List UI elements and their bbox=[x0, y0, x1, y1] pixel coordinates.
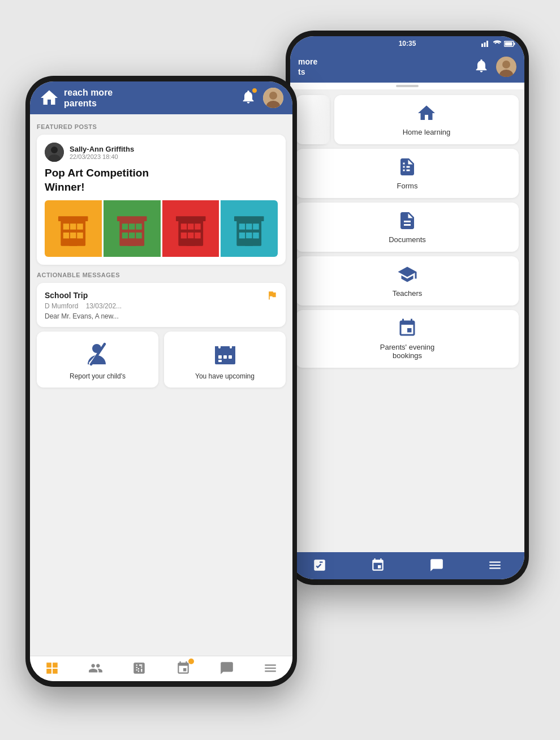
teachers-icon bbox=[397, 264, 417, 285]
bottom-nav-front bbox=[30, 656, 292, 681]
scroll-indicator bbox=[290, 83, 524, 89]
calendar-upcoming-icon bbox=[212, 341, 239, 368]
notification-bell[interactable] bbox=[240, 89, 256, 107]
back-nav-calculator[interactable] bbox=[312, 558, 327, 573]
forms-tile[interactable]: Forms bbox=[296, 149, 519, 198]
user-avatar-back bbox=[496, 57, 516, 77]
svg-point-7 bbox=[502, 61, 510, 68]
home-learning-label: Home learning bbox=[403, 128, 451, 136]
brand-partial: morets bbox=[298, 57, 468, 77]
back-nav-menu[interactable] bbox=[488, 558, 502, 573]
nav-calculator[interactable] bbox=[132, 661, 147, 676]
svg-rect-27 bbox=[129, 223, 135, 230]
author-info: Sally-Ann Griffiths 22/03/2023 18:40 bbox=[70, 145, 134, 160]
svg-rect-36 bbox=[188, 223, 194, 230]
app-header: reach more parents bbox=[30, 81, 292, 114]
report-absence-label: Report your child's bbox=[70, 372, 126, 381]
pop-art-teal bbox=[221, 200, 278, 257]
svg-rect-17 bbox=[63, 223, 70, 230]
notification-badge bbox=[252, 88, 257, 93]
nav-calendar[interactable] bbox=[176, 661, 191, 676]
svg-rect-4 bbox=[505, 42, 512, 45]
svg-rect-16 bbox=[58, 216, 88, 221]
svg-rect-23 bbox=[69, 238, 77, 246]
building-green bbox=[115, 209, 149, 248]
svg-rect-18 bbox=[70, 223, 76, 230]
back-nav-chat[interactable] bbox=[429, 558, 444, 573]
avatar-back[interactable] bbox=[496, 57, 516, 77]
building-yellow bbox=[56, 209, 90, 248]
teachers-tile[interactable]: Teachers bbox=[296, 256, 519, 306]
flag-icon bbox=[266, 290, 278, 301]
chat-icon-back bbox=[429, 558, 444, 573]
svg-rect-19 bbox=[77, 223, 83, 230]
svg-rect-21 bbox=[70, 233, 76, 239]
svg-rect-1 bbox=[484, 42, 486, 47]
svg-rect-5 bbox=[514, 42, 515, 45]
message-top-row: School Trip bbox=[45, 290, 278, 301]
svg-rect-44 bbox=[239, 223, 245, 230]
main-content: FEATURED POSTS Sally-Ann Griffiths bbox=[30, 114, 292, 656]
pop-art-green bbox=[104, 200, 161, 257]
message-card[interactable]: School Trip D Mumford 13/03/202... Dear … bbox=[37, 283, 286, 327]
svg-rect-37 bbox=[195, 223, 201, 230]
building-teal bbox=[232, 209, 266, 248]
nav-people[interactable] bbox=[88, 661, 103, 676]
svg-rect-34 bbox=[176, 216, 206, 221]
svg-rect-2 bbox=[486, 41, 488, 47]
calendar-badge bbox=[188, 659, 194, 664]
grid-icon-nav bbox=[45, 661, 59, 676]
message-preview: Dear Mr. Evans, A new... bbox=[45, 312, 278, 320]
pop-art-red bbox=[162, 200, 219, 257]
brand-text: reach more parents bbox=[64, 87, 113, 109]
bell-icon-back bbox=[473, 58, 489, 74]
svg-rect-39 bbox=[188, 233, 194, 239]
svg-rect-43 bbox=[234, 216, 264, 221]
calculator-icon-back bbox=[312, 558, 327, 573]
nav-menu[interactable] bbox=[263, 661, 278, 676]
svg-rect-41 bbox=[187, 238, 195, 246]
featured-posts-label: FEATURED POSTS bbox=[37, 123, 286, 130]
documents-tile[interactable]: Documents bbox=[296, 203, 519, 252]
phone-front: reach more parents bbox=[25, 76, 297, 687]
menu-icon-back bbox=[488, 558, 502, 573]
bell-button-back[interactable] bbox=[473, 58, 489, 76]
author-name: Sally-Ann Griffiths bbox=[70, 145, 134, 153]
svg-rect-66 bbox=[218, 360, 222, 362]
upcoming-events-tile[interactable]: You have upcoming bbox=[164, 332, 286, 388]
signal-icon bbox=[481, 40, 490, 47]
message-subject: School Trip bbox=[45, 291, 88, 300]
post-image bbox=[45, 200, 278, 257]
logo-area: reach more parents bbox=[39, 87, 235, 109]
parents-evening-label: Parents' evening bookings bbox=[380, 343, 434, 360]
forms-label: Forms bbox=[397, 182, 418, 190]
svg-point-10 bbox=[269, 92, 277, 100]
svg-rect-50 bbox=[245, 238, 253, 246]
app-home-icon bbox=[39, 88, 59, 108]
calendar-icon-back bbox=[371, 558, 385, 573]
back-nav-calendar[interactable] bbox=[371, 558, 385, 573]
home-learning-tile[interactable]: Home learning bbox=[334, 95, 519, 144]
people-icon-nav bbox=[88, 661, 103, 676]
time-back: 10:35 bbox=[399, 40, 416, 48]
forms-icon bbox=[397, 157, 417, 177]
svg-rect-25 bbox=[117, 216, 147, 221]
svg-rect-64 bbox=[223, 355, 227, 359]
actionable-messages-label: ACTIONABLE MESSAGES bbox=[37, 272, 286, 278]
battery-icon bbox=[504, 41, 515, 47]
action-tiles: Report your child's bbox=[37, 332, 286, 388]
svg-rect-38 bbox=[180, 233, 187, 239]
menu-icon-nav bbox=[263, 661, 278, 676]
featured-post-card[interactable]: Sally-Ann Griffiths 22/03/2023 18:40 Pop… bbox=[37, 135, 286, 264]
nav-grid[interactable] bbox=[45, 661, 59, 676]
svg-rect-62 bbox=[230, 344, 232, 349]
parents-evening-tile[interactable]: Parents' evening bookings bbox=[296, 310, 519, 368]
nav-chat[interactable] bbox=[219, 661, 234, 676]
svg-rect-65 bbox=[229, 355, 232, 359]
user-avatar-front[interactable] bbox=[263, 88, 283, 108]
svg-rect-59 bbox=[215, 346, 235, 352]
status-bar-back: 10:35 bbox=[290, 36, 524, 51]
upcoming-events-label: You have upcoming bbox=[195, 372, 255, 381]
svg-rect-61 bbox=[218, 344, 221, 349]
report-absence-tile[interactable]: Report your child's bbox=[37, 332, 158, 388]
